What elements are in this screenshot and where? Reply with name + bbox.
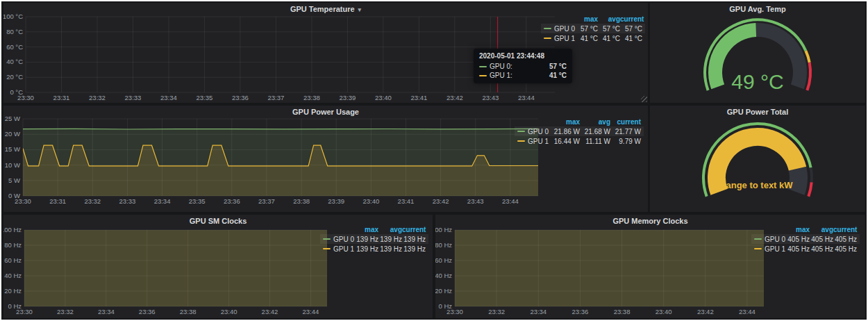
panel-title-gpu-power-usage[interactable]: GPU Power Usage [3, 107, 648, 117]
panel-gpu-power-usage: GPU Power Usage 0 W5 W10 W15 W20 W25 W23… [3, 106, 648, 212]
legend-stat-header[interactable]: avg [598, 15, 620, 23]
legend-stat-header[interactable]: avg [378, 226, 402, 233]
legend-row: GPU 1139 Hz139 Hz139 Hz [320, 244, 428, 254]
legend-stat-header[interactable]: max [576, 15, 598, 23]
legend-stat-header[interactable]: current [610, 118, 641, 126]
legend-stat-value: 405 Hz [833, 236, 857, 243]
legend-stat-value: 41 °C [598, 35, 620, 42]
axis-tick-label: 23:34 [98, 308, 115, 315]
axis-tick-label: 40 Hz [4, 272, 22, 279]
legend-stat-value: 21.86 W [549, 128, 580, 135]
gauge-threshold-ring [806, 51, 809, 63]
legend-series-name[interactable]: GPU 1 [517, 138, 549, 145]
legend-series-label: GPU 1 [554, 35, 575, 42]
axis-tick-label: 23:35 [189, 197, 206, 205]
axis-tick-label: 23:32 [84, 197, 101, 205]
legend-stat-value: 21.68 W [580, 128, 610, 135]
axis-tick-label: 23:38 [180, 308, 197, 315]
axis-tick-label: 23:42 [697, 308, 714, 315]
legend-stat-header[interactable]: current [402, 226, 426, 233]
legend-row: GPU 057 °C57 °C57 °C [541, 24, 645, 33]
legend-stat-value: 57 °C [620, 25, 642, 33]
legend-header-row: maxavgcurrent [751, 224, 860, 234]
legend-series-name[interactable]: GPU 1 [544, 35, 576, 42]
panel-title-text: GPU SM Clocks [190, 217, 247, 225]
tooltip-series-name: GPU 1: [490, 72, 512, 79]
legend-row: GPU 116.44 W11.11 W9.79 W [515, 136, 644, 146]
legend-series-name[interactable]: GPU 0 [544, 25, 576, 33]
axis-tick-label: 23:40 [375, 94, 392, 101]
legend-series-name[interactable]: GPU 0 [754, 236, 786, 243]
legend-series-label: GPU 0 [528, 128, 549, 135]
legend-stat-header[interactable]: max [786, 226, 810, 233]
legend-stat-header[interactable]: avg [810, 226, 833, 233]
axis-tick-label: 60 Hz [4, 256, 22, 264]
legend-stat-value: 41 °C [576, 35, 598, 42]
chevron-down-icon: ▾ [358, 6, 362, 13]
series-color-dash [754, 248, 762, 249]
panel-title-gpu-power-total[interactable]: GPU Power Total [650, 107, 865, 117]
gauge: range to text kW [650, 117, 865, 212]
legend-stat-header[interactable]: current [620, 15, 642, 23]
legend-stat-value: 405 Hz [810, 245, 833, 253]
legend-series-name[interactable]: GPU 0 [517, 128, 549, 135]
axis-tick-label: 100 Hz [435, 226, 452, 233]
legend-row: GPU 141 °C41 °C41 °C [541, 33, 645, 43]
legend-series-name[interactable]: GPU 1 [323, 245, 355, 253]
panel-title-text: GPU Temperature [290, 5, 355, 13]
legend-stat-value: 139 Hz [402, 236, 426, 243]
gauge-value-text: 49 °C [731, 70, 783, 93]
axis-tick-label: 23:38 [293, 197, 310, 205]
series-color-dash [517, 140, 525, 142]
tooltip-timestamp: 2020-05-01 23:44:48 [479, 52, 567, 60]
legend-header-row: maxavgcurrent [541, 14, 645, 24]
axis-tick-label: 23:33 [125, 94, 142, 101]
axis-tick-label: 23:30 [446, 308, 463, 315]
axis-tick-label: 100 Hz [3, 226, 22, 233]
legend-series-name[interactable]: GPU 0 [323, 236, 355, 243]
series-color-dash [479, 66, 487, 67]
axis-tick-label: 23:30 [17, 94, 34, 101]
axis-tick-label: 23:44 [303, 308, 319, 315]
legend-stat-value: 139 Hz [378, 245, 402, 253]
legend-stat-header[interactable]: max [549, 118, 580, 126]
legend-stat-value: 139 Hz [355, 245, 378, 253]
axis-tick-label: 23:34 [154, 197, 171, 205]
legend-stat-header[interactable]: current [833, 226, 857, 233]
series-color-dash [544, 38, 551, 39]
axis-tick-label: 23:39 [339, 94, 356, 101]
axis-tick-label: 20 W [5, 130, 20, 138]
axis-tick-label: 23:32 [89, 94, 106, 101]
gauge: 49 °C [650, 14, 865, 103]
legend-stat-value: 405 Hz [786, 236, 810, 243]
axis-tick-label: 23:40 [362, 197, 379, 205]
axis-tick-label: 60 °C [6, 43, 23, 51]
panel-resize-handle[interactable] [641, 96, 647, 102]
series-area [455, 230, 764, 306]
gpu-power-usage-legend: maxavgcurrentGPU 021.86 W21.68 W21.77 WG… [515, 117, 644, 146]
series-color-dash [754, 238, 762, 240]
legend-stat-header[interactable]: max [355, 226, 378, 233]
legend-stat-value: 405 Hz [833, 245, 857, 253]
gauge-threshold-ring [807, 63, 810, 90]
panel-title-gpu-avg-temp[interactable]: GPU Avg. Temp [650, 4, 865, 15]
legend-series-name[interactable]: GPU 1 [754, 245, 786, 253]
panel-title-gpu-temperature[interactable]: GPU Temperature▾ [3, 4, 648, 15]
legend-stat-header[interactable]: avg [580, 118, 610, 126]
axis-tick-label: 23:35 [197, 94, 213, 101]
panel-gpu-power-total: GPU Power Total range to text kW [650, 106, 865, 212]
legend-row: GPU 0139 Hz139 Hz139 Hz [320, 234, 428, 244]
axis-tick-label: 23:44 [518, 94, 535, 101]
panel-title-text: GPU Avg. Temp [729, 5, 786, 13]
panel-gpu-temperature: GPU Temperature▾ 0 °C20 °C40 °C60 °C80 °… [3, 3, 648, 103]
tooltip-series-value: 41 °C [549, 72, 567, 79]
axis-tick-label: 23:34 [160, 94, 177, 101]
panel-title-text: GPU Power Usage [292, 108, 359, 116]
axis-tick-label: 23:43 [467, 197, 484, 205]
axis-tick-label: 23:36 [232, 94, 249, 101]
axis-tick-label: 23:37 [268, 94, 285, 101]
axis-tick-label: 23:40 [221, 308, 237, 315]
gpu-memory-clocks-legend: maxavgcurrentGPU 0405 Hz405 Hz405 HzGPU … [751, 224, 860, 254]
legend-stat-value: 139 Hz [355, 236, 378, 243]
series-line [23, 129, 538, 129]
